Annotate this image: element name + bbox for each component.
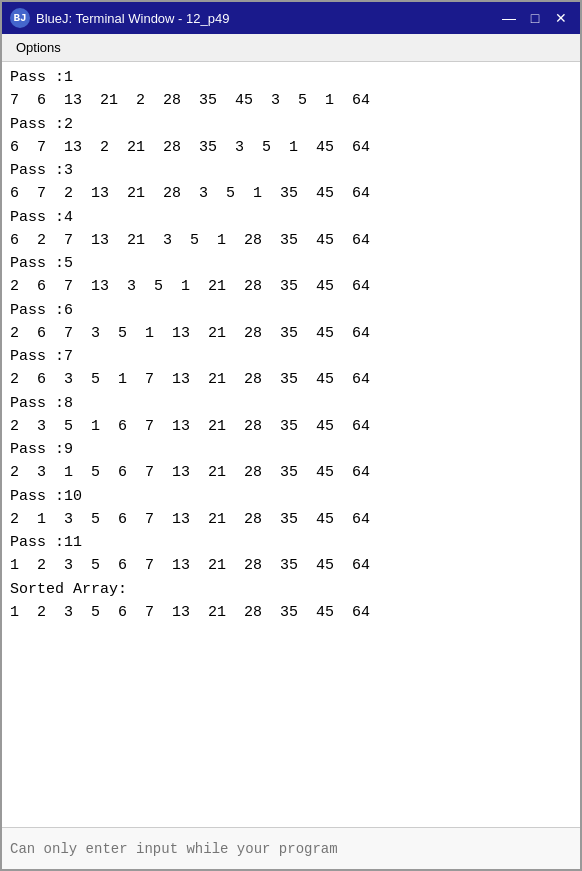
terminal-line: 2 6 7 13 3 5 1 21 28 35 45 64 [10, 275, 572, 298]
terminal-line: Sorted Array: [10, 578, 572, 601]
terminal-line: Pass :9 [10, 438, 572, 461]
terminal-line: Pass :3 [10, 159, 572, 182]
title-bar: BJ BlueJ: Terminal Window - 12_p49 — □ ✕ [2, 2, 580, 34]
terminal-line: Pass :2 [10, 113, 572, 136]
close-button[interactable]: ✕ [550, 7, 572, 29]
terminal-line: 6 2 7 13 21 3 5 1 28 35 45 64 [10, 229, 572, 252]
app-icon: BJ [10, 8, 30, 28]
menu-bar: Options [2, 34, 580, 62]
terminal-body[interactable]: Pass :17 6 13 21 2 28 35 45 3 5 1 64Pass… [2, 62, 580, 827]
terminal-line: Pass :4 [10, 206, 572, 229]
terminal-line: Pass :11 [10, 531, 572, 554]
input-bar [2, 827, 580, 869]
terminal-line: Pass :1 [10, 66, 572, 89]
terminal-line: 2 1 3 5 6 7 13 21 28 35 45 64 [10, 508, 572, 531]
terminal-input[interactable] [10, 841, 572, 857]
title-bar-controls: — □ ✕ [498, 7, 572, 29]
minimize-button[interactable]: — [498, 7, 520, 29]
terminal-line: 6 7 13 2 21 28 35 3 5 1 45 64 [10, 136, 572, 159]
terminal-line: 2 3 5 1 6 7 13 21 28 35 45 64 [10, 415, 572, 438]
app-icon-label: BJ [13, 12, 26, 24]
terminal-line: 6 7 2 13 21 28 3 5 1 35 45 64 [10, 182, 572, 205]
terminal-line: Pass :5 [10, 252, 572, 275]
terminal-line: Pass :6 [10, 299, 572, 322]
title-bar-left: BJ BlueJ: Terminal Window - 12_p49 [10, 8, 229, 28]
terminal-line: 2 6 3 5 1 7 13 21 28 35 45 64 [10, 368, 572, 391]
terminal-line: 2 6 7 3 5 1 13 21 28 35 45 64 [10, 322, 572, 345]
maximize-button[interactable]: □ [524, 7, 546, 29]
window-title: BlueJ: Terminal Window - 12_p49 [36, 11, 229, 26]
terminal-line: Pass :10 [10, 485, 572, 508]
options-menu[interactable]: Options [10, 38, 67, 57]
terminal-line: Pass :7 [10, 345, 572, 368]
terminal-line: Pass :8 [10, 392, 572, 415]
terminal-line: 1 2 3 5 6 7 13 21 28 35 45 64 [10, 554, 572, 577]
main-window: BJ BlueJ: Terminal Window - 12_p49 — □ ✕… [0, 0, 582, 871]
terminal-line: 1 2 3 5 6 7 13 21 28 35 45 64 [10, 601, 572, 624]
terminal-line: 2 3 1 5 6 7 13 21 28 35 45 64 [10, 461, 572, 484]
terminal-line: 7 6 13 21 2 28 35 45 3 5 1 64 [10, 89, 572, 112]
